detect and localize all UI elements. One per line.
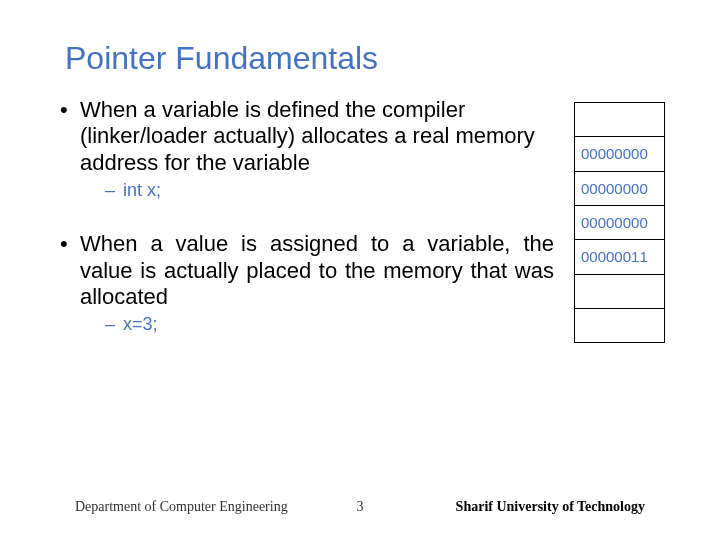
slide: Pointer Fundamentals When a variable is … [0,0,720,540]
memory-cell [575,274,665,308]
bullet-item-1: When a variable is defined the compiler … [60,97,554,201]
memory-cell [575,103,665,137]
memory-cell [575,308,665,342]
memory-row: 00000000 [575,137,665,171]
memory-row: 00000000 [575,205,665,239]
memory-row: 00000000 [575,171,665,205]
sub-list-1: int x; [105,180,554,201]
memory-cell: 00000000 [575,171,665,205]
slide-title: Pointer Fundamentals [65,40,670,77]
text-area: When a variable is defined the compiler … [50,97,554,343]
memory-cell: 00000000 [575,205,665,239]
footer-department: Department of Computer Engineering [75,499,288,515]
memory-row [575,103,665,137]
footer-university: Sharif University of Technology [456,499,645,515]
memory-cell: 00000011 [575,240,665,274]
memory-cell: 00000000 [575,137,665,171]
memory-row [575,274,665,308]
memory-row [575,308,665,342]
footer-page-number: 3 [357,499,364,515]
bullet-2-text: When a value is assigned to a variable, … [80,231,554,310]
footer: Department of Computer Engineering 3 Sha… [0,499,720,515]
bullet-1-text: When a variable is defined the compiler … [80,97,554,176]
sub-list-2: x=3; [105,314,554,335]
bullet-list-2: When a value is assigned to a variable, … [60,231,554,335]
sub-item-2: x=3; [105,314,554,335]
bullet-item-2: When a value is assigned to a variable, … [60,231,554,335]
memory-row: 00000011 [575,240,665,274]
bullet-list: When a variable is defined the compiler … [60,97,554,201]
bullet2-wrap: When a value is assigned to a variable, … [50,231,554,335]
content-wrap: When a variable is defined the compiler … [50,97,670,343]
memory-table: 00000000 00000000 00000000 00000011 [574,102,665,343]
sub-item-1: int x; [105,180,554,201]
